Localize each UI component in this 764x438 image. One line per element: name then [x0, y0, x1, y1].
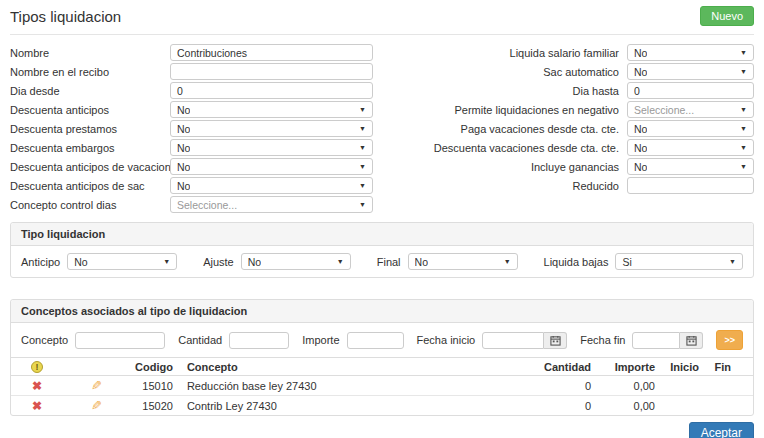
field-nombre: Nombre	[10, 44, 373, 61]
importe-header: Importe	[597, 358, 661, 376]
delete-icon[interactable]: ✖	[32, 379, 42, 393]
tipo-liquidacion-panel-title: Tipo liquidacion	[11, 223, 753, 246]
form-left-column: Nombre Nombre en el recibo Dia desde Des…	[10, 44, 373, 215]
sac-automatico-select[interactable]: No ▼	[627, 63, 754, 80]
descuenta-prestamos-select[interactable]: No ▼	[170, 120, 373, 137]
final-label: Final	[377, 256, 401, 268]
reducido-input[interactable]	[627, 177, 754, 194]
nombre-recibo-label: Nombre en el recibo	[10, 66, 170, 78]
descuenta-anticipos-sac-select[interactable]: No ▼	[170, 177, 373, 194]
paga-vacaciones-cta-cte-select[interactable]: No ▼	[627, 120, 754, 137]
table-row: ✖ ✎ 15010 Reducción base ley 27430 0 0,0…	[11, 376, 753, 396]
incluye-ganancias-select[interactable]: No ▼	[627, 158, 754, 175]
filter-cantidad-input[interactable]	[229, 332, 289, 349]
dia-desde-input[interactable]	[170, 82, 373, 99]
reducido-label: Reducido	[391, 180, 619, 192]
caret-down-icon: ▼	[504, 258, 511, 265]
descuenta-anticipos-vacaciones-select[interactable]: No ▼	[170, 158, 373, 175]
caret-down-icon: ▼	[729, 258, 736, 265]
caret-down-icon: ▼	[740, 106, 747, 113]
liquida-bajas-select[interactable]: Si ▼	[615, 253, 743, 270]
field-sac-automatico: Sac automatico No ▼	[391, 63, 754, 80]
filter-fecha-fin-label: Fecha fin	[580, 334, 625, 346]
codigo-header: Codigo	[129, 358, 179, 376]
concepto-control-dias-label: Concepto control dias	[10, 199, 170, 211]
anticipo-select[interactable]: No ▼	[67, 253, 177, 270]
edit-icon[interactable]: ✎	[91, 378, 102, 393]
nombre-input[interactable]	[170, 44, 373, 61]
field-nombre-recibo: Nombre en el recibo	[10, 63, 373, 80]
page-header: Tipos liquidacion Nuevo	[10, 8, 754, 35]
ajuste-select[interactable]: No ▼	[241, 253, 351, 270]
dia-hasta-input[interactable]	[627, 82, 754, 99]
caret-down-icon: ▼	[359, 163, 366, 170]
field-liquida-salario-familiar: Liquida salario familiar No ▼	[391, 44, 754, 61]
filter-fecha-fin: Fecha fin	[580, 332, 703, 349]
filter-concepto: Concepto	[21, 332, 165, 349]
footer: Aceptar	[10, 422, 754, 438]
conceptos-table: ! Codigo Concepto Cantidad Importe Inici…	[11, 357, 753, 415]
nombre-recibo-input[interactable]	[170, 63, 373, 80]
field-descuenta-prestamos: Descuenta prestamos No ▼	[10, 120, 373, 137]
field-anticipo: Anticipo No ▼	[21, 253, 177, 270]
calendar-icon	[686, 335, 697, 346]
fin-header: Fin	[705, 358, 753, 376]
nuevo-button[interactable]: Nuevo	[700, 6, 754, 26]
tipo-liquidacion-panel: Tipo liquidacion Anticipo No ▼ Ajuste No…	[10, 222, 754, 278]
form-right-column: Liquida salario familiar No ▼ Sac automa…	[391, 44, 754, 215]
incluye-ganancias-label: Incluye ganancias	[391, 161, 619, 173]
descuenta-anticipos-select[interactable]: No ▼	[170, 101, 373, 118]
caret-down-icon: ▼	[740, 125, 747, 132]
caret-down-icon: ▼	[359, 144, 366, 151]
row-cantidad: 0	[449, 376, 597, 396]
filter-importe: Importe	[302, 332, 403, 349]
descuenta-anticipos-vacaciones-label: Descuenta anticipos de vacaciones	[10, 161, 170, 173]
liquida-bajas-label: Liquida bajas	[544, 256, 609, 268]
aceptar-button[interactable]: Aceptar	[689, 422, 754, 438]
filter-concepto-input[interactable]	[75, 332, 165, 349]
filter-fecha-fin-input[interactable]	[632, 332, 680, 349]
dia-hasta-label: Dia hasta	[391, 85, 619, 97]
row-fin	[705, 376, 753, 396]
warning-icon: !	[31, 361, 43, 373]
descuenta-vacaciones-cta-cte-select[interactable]: No ▼	[627, 139, 754, 156]
fecha-fin-calendar-button[interactable]	[680, 332, 703, 349]
table-header-row: ! Codigo Concepto Cantidad Importe Inici…	[11, 358, 753, 376]
tipo-liquidacion-panel-body: Anticipo No ▼ Ajuste No ▼ Final No ▼ Liq…	[11, 246, 753, 277]
concepto-header: Concepto	[179, 358, 449, 376]
filter-importe-input[interactable]	[347, 332, 404, 349]
field-final: Final No ▼	[377, 253, 518, 270]
caret-down-icon: ▼	[337, 258, 344, 265]
concepto-control-dias-select[interactable]: Seleccione... ▼	[170, 196, 373, 213]
caret-down-icon: ▼	[359, 182, 366, 189]
row-fin	[705, 396, 753, 416]
fecha-inicio-calendar-button[interactable]	[544, 332, 567, 349]
row-cantidad: 0	[449, 396, 597, 416]
delete-icon[interactable]: ✖	[32, 399, 42, 413]
caret-down-icon: ▼	[740, 163, 747, 170]
filter-importe-label: Importe	[302, 334, 339, 346]
caret-down-icon: ▼	[740, 49, 747, 56]
field-liquida-bajas: Liquida bajas Si ▼	[544, 253, 743, 270]
edit-icon[interactable]: ✎	[91, 398, 102, 413]
descuenta-anticipos-label: Descuenta anticipos	[10, 104, 170, 116]
row-inicio	[661, 376, 705, 396]
field-descuenta-anticipos-vacaciones: Descuenta anticipos de vacaciones No ▼	[10, 158, 373, 175]
permite-liquidaciones-negativo-select[interactable]: Seleccione... ▼	[627, 101, 754, 118]
final-select[interactable]: No ▼	[408, 253, 518, 270]
filter-fecha-inicio-input[interactable]	[482, 332, 544, 349]
caret-down-icon: ▼	[359, 125, 366, 132]
table-row: ✖ ✎ 15020 Contrib Ley 27430 0 0,00	[11, 396, 753, 416]
field-descuenta-embargos: Descuenta embargos No ▼	[10, 139, 373, 156]
field-reducido: Reducido	[391, 177, 754, 194]
ajuste-label: Ajuste	[203, 256, 234, 268]
caret-down-icon: ▼	[359, 106, 366, 113]
page-title: Tipos liquidacion	[10, 8, 754, 25]
conceptos-filter-row: Concepto Cantidad Importe Fecha inicio F…	[11, 323, 753, 357]
row-concepto: Reducción base ley 27430	[179, 376, 449, 396]
descuenta-embargos-select[interactable]: No ▼	[170, 139, 373, 156]
filter-search-button[interactable]: >>	[716, 330, 743, 350]
calendar-icon	[550, 335, 561, 346]
liquida-salario-familiar-select[interactable]: No ▼	[627, 44, 754, 61]
dia-desde-label: Dia desde	[10, 85, 170, 97]
